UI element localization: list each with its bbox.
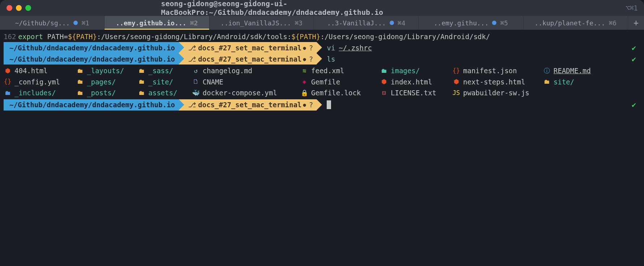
tab-6[interactable]: ..kup/planet-fe... ⌘6: [524, 16, 628, 30]
file-name: manifest.json: [463, 65, 517, 76]
command-arg: ~/.zshrc: [339, 42, 372, 53]
file-name: docker-compose.yml: [203, 87, 277, 98]
folder-icon: 🖿: [137, 88, 145, 98]
file-name: site/: [554, 76, 574, 87]
minimize-window-button[interactable]: [16, 5, 22, 11]
prompt-line: ~/Github/dndacademy/dndacademy.github.io…: [4, 53, 640, 65]
braces-icon: {}: [452, 66, 460, 76]
command: ls: [327, 54, 335, 65]
file-item: 🐳docker-compose.yml: [192, 87, 300, 98]
git-branch-name: docs_#27_set_mac_terminal: [198, 42, 302, 53]
tab-3[interactable]: ..ion_VanillaJS... ⌘3: [209, 16, 314, 30]
folder-icon: 🖿: [76, 88, 84, 98]
file-item: 🖿_sass/: [137, 65, 192, 76]
path-text: :/Users/seong-gidong/Library/Android/sdk…: [320, 31, 490, 42]
tab-5[interactable]: ..emy.githu... ⌘5: [419, 16, 523, 30]
file-item: 🖿_includes/: [4, 87, 76, 98]
cursor[interactable]: [327, 100, 331, 109]
close-window-button[interactable]: [7, 5, 12, 11]
file-item: ⬢index.html: [380, 76, 452, 87]
file-icon: 🗋: [192, 77, 200, 87]
file-name: CNAME: [203, 76, 223, 87]
file-name: _layouts/: [87, 65, 124, 76]
file-item: 🖿images/: [380, 65, 452, 76]
file-item: 🖿assets/: [137, 87, 192, 98]
folder-icon: 🖿: [76, 77, 84, 87]
tab-1[interactable]: ~/Github/sg... ⌘1: [0, 16, 105, 30]
file-item: ⊟LICENSE.txt: [380, 87, 452, 98]
file-item: 🗋CNAME: [192, 76, 300, 87]
file-item: ◈Gemfile: [300, 76, 380, 87]
file-name: README.md: [554, 65, 591, 76]
html5-icon: ⬢: [452, 77, 460, 87]
tab-2[interactable]: ..emy.github.io... ⌘2: [105, 16, 209, 30]
prompt-line-current: ~/Github/dndacademy/dndacademy.github.io…: [4, 99, 640, 111]
file-item: ⬢next-steps.html: [452, 76, 543, 87]
prompt-path-segment: ~/Github/dndacademy/dndacademy.github.io: [4, 99, 179, 111]
tab-shortcut: ⌘4: [398, 19, 406, 27]
file-name: assets/: [148, 87, 177, 98]
tab-shortcut: ⌘2: [190, 19, 198, 27]
path-var: ${PATH}: [68, 31, 97, 42]
path-text: :/Users/seong-gidong/Library/Android/sdk…: [97, 31, 292, 42]
file-item: 🖿_site/: [137, 76, 192, 87]
folder-blue-icon: 🖿: [4, 88, 12, 98]
folder-icon: 🖿: [76, 66, 84, 76]
folder-icon: 🖿: [137, 77, 145, 87]
add-tab-button[interactable]: +: [628, 16, 644, 30]
status-check-icon: ✔: [632, 53, 636, 65]
git-untracked-icon: ?: [309, 54, 313, 65]
git-dirty-icon: ●: [303, 55, 306, 63]
tab-label: ..ion_VanillaJS...: [220, 19, 291, 27]
tab-dirty-dot-icon: [390, 21, 394, 25]
file-item: ↺changelog.md: [192, 65, 300, 76]
git-branch-name: docs_#27_set_mac_terminal: [198, 99, 302, 110]
file-name: feed.xml: [311, 65, 344, 76]
window-title: seong-gidong@seong-gidong-ui-MacBookPro:…: [161, 0, 483, 17]
prompt-path: ~/Github/dndacademy/dndacademy.github.io: [9, 54, 175, 65]
rss-icon: ≋: [300, 66, 308, 76]
git-dirty-icon: ●: [303, 101, 306, 109]
file-item: {}_config.yml: [4, 76, 76, 87]
keyword-export: export: [18, 31, 43, 42]
tab-shortcut: ⌘1: [81, 19, 89, 27]
line-number: 162: [4, 31, 16, 42]
file-item: JSpwabuilder-sw.js: [452, 87, 543, 98]
tab-4[interactable]: ..3-VanillaJ... ⌘4: [314, 16, 419, 30]
file-name: pwabuilder-sw.js: [463, 87, 529, 98]
file-name: _sass/: [148, 65, 173, 76]
command: vi: [327, 42, 335, 53]
env-var-name: PATH: [47, 31, 64, 42]
file-item: ⓘREADME.md: [543, 65, 640, 76]
folder-icon: 🖿: [137, 66, 145, 76]
tab-shortcut: ⌘5: [500, 19, 508, 27]
history-icon: ↺: [192, 66, 200, 76]
file-item: 🔒Gemfile.lock: [300, 87, 380, 98]
file-name: Gemfile.lock: [311, 87, 361, 98]
file-name: _pages/: [87, 76, 116, 87]
file-name: _config.yml: [14, 76, 60, 87]
git-untracked-icon: ?: [309, 99, 313, 110]
maximize-window-button[interactable]: [25, 5, 31, 11]
ruby-icon: ◈: [300, 77, 308, 87]
prompt-branch-segment: ⎇ docs_#27_set_mac_terminal ● ?: [179, 53, 317, 65]
tab-dirty-dot-icon: [492, 21, 496, 25]
html5-icon: ⬢: [4, 66, 12, 76]
tab-label: ..emy.github.io...: [116, 19, 186, 27]
terminal-output[interactable]: 162 export PATH=${PATH}:/Users/seong-gid…: [0, 30, 644, 112]
file-name: next-steps.html: [463, 76, 525, 87]
tab-shortcut: ⌘6: [609, 19, 617, 27]
file-name: _site/: [148, 76, 173, 87]
file-name: 404.html: [14, 65, 48, 76]
git-untracked-icon: ?: [309, 42, 313, 53]
prompt-path: ~/Github/dndacademy/dndacademy.github.io: [9, 99, 175, 110]
editor-line: 162 export PATH=${PATH}:/Users/seong-gid…: [4, 31, 640, 42]
titlebar-shortcut-hint: ⌥⌘1: [626, 4, 637, 12]
status-check-icon: ✔: [632, 42, 636, 54]
traffic-lights: [7, 5, 31, 11]
js-icon: JS: [452, 88, 460, 98]
git-branch-icon: ⎇: [188, 99, 196, 110]
git-branch-name: docs_#27_set_mac_terminal: [198, 54, 302, 65]
git-dirty-icon: ●: [303, 44, 306, 52]
file-item: ⬢404.html: [4, 65, 76, 76]
